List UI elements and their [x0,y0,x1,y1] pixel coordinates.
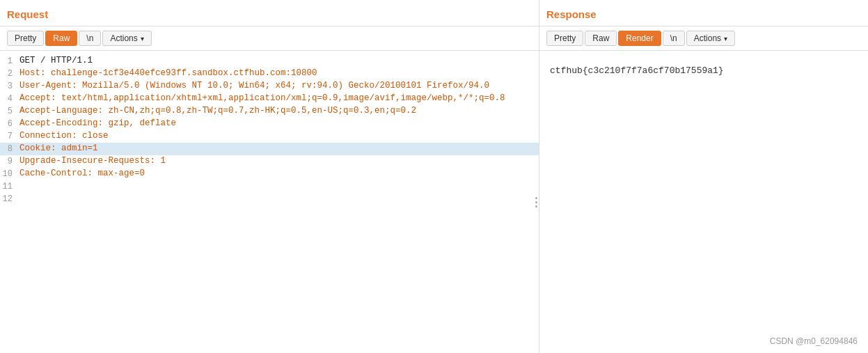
table-row: 3User-Agent: Mozilla/5.0 (Windows NT 10.… [0,80,539,93]
request-actions-button[interactable]: Actions ▾ [102,31,151,46]
line-content: Upgrade-Insecure-Requests: 1 [19,156,539,166]
line-content: Accept-Encoding: gzip, deflate [19,118,539,128]
request-title: Request [7,6,532,26]
chevron-down-icon: ▾ [724,35,727,42]
response-body: ctfhub{c3c210f7f7a6cf70b17559a1} [539,55,868,86]
watermark: CSDN @m0_62094846 [770,336,858,346]
line-content: GET / HTTP/1.1 [19,56,539,65]
response-raw-button[interactable]: Raw [585,31,617,46]
line-number: 4 [0,93,19,104]
drag-dot [535,205,537,207]
line-content: Accept: text/html,application/xhtml+xml,… [19,93,539,103]
table-row: 10Cache-Control: max-age=0 [0,168,539,180]
response-newline-button[interactable]: \n [663,31,685,46]
request-toolbar: Pretty Raw \n Actions ▾ [0,26,539,51]
drag-dot [535,197,537,199]
line-number: 9 [0,156,19,166]
line-number: 3 [0,81,19,91]
line-number: 7 [0,131,19,141]
panel-drag-handle[interactable] [533,185,539,219]
request-header: Request [0,0,539,26]
line-number: 6 [0,118,19,129]
request-panel: Request Pretty Raw \n Actions ▾ 1GET / H… [0,0,539,353]
response-content-area: ctfhub{c3c210f7f7a6cf70b17559a1} [539,51,868,353]
chevron-down-icon: ▾ [141,35,144,42]
line-number: 8 [0,143,19,154]
line-number: 1 [0,56,19,66]
response-title: Response [546,6,861,26]
line-number: 12 [0,194,19,204]
table-row: 7Connection: close [0,130,539,143]
line-content: Accept-Language: zh-CN,zh;q=0.8,zh-TW;q=… [19,106,539,116]
line-number: 5 [0,106,19,116]
table-row: 2Host: challenge-1cf3e440efce93ff.sandbo… [0,68,539,80]
response-header: Response [539,0,868,26]
line-content: User-Agent: Mozilla/5.0 (Windows NT 10.0… [19,81,539,91]
response-actions-button[interactable]: Actions ▾ [686,31,735,46]
line-content: Cookie: admin=1 [19,143,539,153]
line-content: Host: challenge-1cf3e440efce93ff.sandbox… [19,68,539,78]
table-row: 6Accept-Encoding: gzip, deflate [0,118,539,130]
table-row: 12 [0,193,539,205]
table-row: 1GET / HTTP/1.1 [0,55,539,68]
table-row: 4Accept: text/html,application/xhtml+xml… [0,93,539,105]
line-number: 11 [0,181,19,191]
response-pretty-button[interactable]: Pretty [546,31,583,46]
table-row: 5Accept-Language: zh-CN,zh;q=0.8,zh-TW;q… [0,105,539,118]
response-toolbar: Pretty Raw Render \n Actions ▾ [539,26,868,51]
table-row: 11 [0,180,539,193]
response-panel: Response Pretty Raw Render \n Actions ▾ … [539,0,868,353]
request-pretty-button[interactable]: Pretty [7,31,44,46]
line-number: 10 [0,168,19,179]
table-row: 8Cookie: admin=1 [0,143,539,155]
request-newline-button[interactable]: \n [79,31,101,46]
drag-dot [535,201,537,203]
line-content: Connection: close [19,131,539,141]
response-render-button[interactable]: Render [618,31,661,46]
line-content: Cache-Control: max-age=0 [19,168,539,178]
line-number: 2 [0,68,19,79]
request-raw-button[interactable]: Raw [45,31,77,46]
request-content-area[interactable]: 1GET / HTTP/1.12Host: challenge-1cf3e440… [0,51,539,353]
table-row: 9Upgrade-Insecure-Requests: 1 [0,155,539,168]
